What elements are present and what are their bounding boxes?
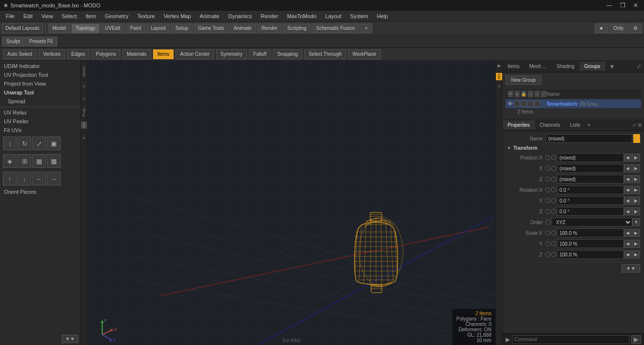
- checker-icon[interactable]: ▩: [47, 154, 61, 168]
- sel-btn-items[interactable]: Items: [153, 49, 174, 59]
- right-icon[interactable]: →: [47, 172, 61, 185]
- name-prop-input[interactable]: [546, 134, 632, 143]
- menu-layout[interactable]: Layout: [321, 12, 345, 20]
- menu-render[interactable]: Render: [257, 12, 282, 20]
- scale-z-left-btn[interactable]: ◀: [624, 251, 632, 258]
- minimize-btn[interactable]: —: [604, 2, 614, 9]
- close-btn[interactable]: ✕: [631, 2, 640, 9]
- sel-btn-vertices[interactable]: Vertices: [39, 49, 65, 59]
- rtab-shading[interactable]: Shading: [552, 62, 579, 71]
- rbtab-channels[interactable]: Channels: [535, 120, 565, 130]
- tab-paint[interactable]: Paint: [126, 23, 146, 33]
- side-tab-v[interactable]: V...: [81, 81, 87, 89]
- sel-btn-falloff[interactable]: Falloff: [249, 49, 271, 59]
- rbtab-add[interactable]: +: [585, 121, 592, 130]
- rot-x-right-btn[interactable]: ▶: [632, 186, 640, 194]
- scale-x-circle2[interactable]: [551, 230, 556, 235]
- rot-z-circle2[interactable]: [551, 209, 556, 214]
- scale-z-circle2[interactable]: [551, 252, 556, 257]
- rtab-expand[interactable]: ⤢: [634, 63, 644, 69]
- uv-projection-tool[interactable]: UV Projection Tool: [0, 70, 80, 79]
- pos-z-left-btn[interactable]: ◀: [624, 175, 632, 183]
- up-icon[interactable]: ↑: [3, 172, 17, 185]
- scale-icon[interactable]: ⤢: [32, 137, 46, 150]
- star-btn[interactable]: ★: [595, 23, 608, 33]
- rot-x-circle2[interactable]: [551, 187, 556, 192]
- down-icon[interactable]: ↓: [18, 172, 31, 185]
- side-tab-c[interactable]: C...: [81, 93, 87, 101]
- pos-x-input[interactable]: [557, 153, 624, 162]
- rot-y-circle2[interactable]: [551, 198, 556, 203]
- pos-x-right-btn[interactable]: ▶: [632, 154, 640, 161]
- transform-icon[interactable]: ▣: [47, 137, 61, 150]
- order-chevron-btn[interactable]: ▼: [632, 218, 640, 226]
- scale-y-circle2[interactable]: [551, 241, 556, 246]
- rot-y-right-btn[interactable]: ▶: [632, 197, 640, 205]
- group-extra2-icon[interactable]: [534, 101, 540, 107]
- tab-layout[interactable]: Layout: [147, 23, 170, 33]
- pos-z-input[interactable]: [557, 175, 624, 184]
- group-lock-icon[interactable]: [521, 101, 527, 107]
- sel-btn-action_center[interactable]: Action Center: [176, 49, 214, 59]
- move-icon[interactable]: ↕: [3, 137, 17, 150]
- group-item-smartwatch[interactable]: 👁 Smartwatch (3) Grou...: [506, 99, 641, 108]
- menu-system[interactable]: System: [346, 12, 372, 20]
- menu-vertex map[interactable]: Vertex Map: [160, 12, 195, 20]
- scale-y-left-btn[interactable]: ◀: [624, 240, 632, 248]
- sel-btn-materials[interactable]: Materials: [122, 49, 151, 59]
- tab-model[interactable]: Model: [48, 23, 70, 33]
- pos-y-right-btn[interactable]: ▶: [632, 164, 640, 172]
- pos-x-left-btn[interactable]: ◀: [624, 154, 632, 161]
- transform-toggle[interactable]: ▼: [507, 145, 511, 151]
- rot-x-circle[interactable]: [545, 187, 550, 192]
- sculpt-btn[interactable]: Sculpt: [2, 37, 24, 46]
- pos-x-circle[interactable]: [545, 155, 550, 160]
- pos-y-circle2[interactable]: [551, 166, 556, 171]
- rot-y-input[interactable]: [557, 196, 624, 205]
- rot-y-left-btn[interactable]: ◀: [624, 197, 632, 205]
- viewport[interactable]: Perspective Default Ray GL: Off ⊕ ↻ 🔍 ⚙ …: [88, 61, 495, 345]
- new-group-button[interactable]: New Group: [506, 75, 541, 85]
- pos-z-right-btn[interactable]: ▶: [632, 175, 640, 183]
- sel-btn-snapping[interactable]: Snapping: [273, 49, 302, 59]
- rbtab-properties[interactable]: Properties: [503, 120, 535, 130]
- sel-btn-edges[interactable]: Edges: [67, 49, 89, 59]
- group-render-icon[interactable]: [514, 101, 520, 107]
- sel-btn-select_through[interactable]: Select Through: [304, 49, 346, 59]
- spread-tool[interactable]: Spread: [0, 97, 80, 106]
- menu-view[interactable]: View: [38, 12, 57, 20]
- scale-z-right-btn[interactable]: ▶: [632, 251, 640, 258]
- scale-y-circle[interactable]: [545, 241, 550, 246]
- rtab-mesh[interactable]: Mesh ...: [524, 62, 552, 71]
- scale-z-circle[interactable]: [545, 252, 550, 257]
- menu-item[interactable]: Item: [82, 12, 100, 20]
- rot-x-left-btn[interactable]: ◀: [624, 186, 632, 194]
- scale-x-circle[interactable]: [545, 230, 550, 235]
- scale-y-right-btn[interactable]: ▶: [632, 240, 640, 248]
- command-input[interactable]: [512, 335, 629, 344]
- pos-y-input[interactable]: [557, 164, 624, 173]
- collapse-panel-btn[interactable]: ▼▼: [62, 335, 78, 343]
- menu-texture[interactable]: Texture: [133, 12, 159, 20]
- group-extra1-icon[interactable]: [528, 101, 533, 107]
- side-tab-uv[interactable]: UV: [81, 121, 87, 129]
- sel-btn-auto_select[interactable]: Auto Select: [3, 49, 37, 59]
- menu-help[interactable]: Help: [373, 12, 392, 20]
- sel-btn-symmetry[interactable]: Symmetry: [216, 49, 247, 59]
- orient-pieces[interactable]: Orient Pieces: [0, 187, 80, 196]
- props-expand-icon[interactable]: ⤢: [632, 122, 636, 128]
- menu-edit[interactable]: Edit: [20, 12, 37, 20]
- rtab-items[interactable]: Items: [503, 62, 524, 71]
- menu-animate[interactable]: Animate: [196, 12, 223, 20]
- side-tab-poly[interactable]: Poly...: [81, 105, 87, 117]
- rot-z-left-btn[interactable]: ◀: [624, 207, 632, 215]
- scale-z-input[interactable]: [557, 250, 624, 259]
- pos-x-circle2[interactable]: [551, 155, 556, 160]
- pos-y-circle[interactable]: [545, 166, 550, 171]
- tab-uvedit[interactable]: UVEdit: [101, 23, 125, 33]
- left-icon[interactable]: ←: [32, 172, 46, 185]
- props-settings-icon[interactable]: ⚙: [638, 122, 642, 128]
- unwrap-tool[interactable]: Unwrap Tool: [0, 88, 80, 97]
- pos-z-circle2[interactable]: [551, 177, 556, 182]
- scale-x-input[interactable]: [557, 229, 624, 237]
